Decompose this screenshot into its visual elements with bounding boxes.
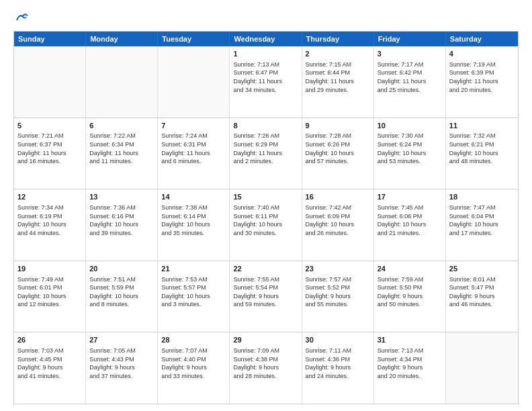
cell-info: Sunrise: 7:30 AM Sunset: 6:24 PM Dayligh… — [378, 132, 442, 165]
day-number: 28 — [161, 335, 226, 345]
calendar-cell: 2Sunrise: 7:15 AM Sunset: 6:44 PM Daylig… — [302, 46, 374, 118]
calendar-row: 5Sunrise: 7:21 AM Sunset: 6:37 PM Daylig… — [14, 118, 518, 189]
day-number: 18 — [449, 192, 515, 202]
day-number: 11 — [449, 121, 515, 131]
weekday-header: Tuesday — [158, 32, 230, 46]
day-number: 2 — [306, 49, 370, 59]
calendar-cell: 20Sunrise: 7:51 AM Sunset: 5:59 PM Dayli… — [86, 261, 158, 332]
cell-info: Sunrise: 7:28 AM Sunset: 6:26 PM Dayligh… — [306, 132, 370, 165]
calendar-cell: 30Sunrise: 7:11 AM Sunset: 4:36 PM Dayli… — [302, 332, 374, 404]
weekday-header: Sunday — [14, 32, 86, 46]
calendar-cell: 1Sunrise: 7:13 AM Sunset: 6:47 PM Daylig… — [230, 46, 302, 118]
calendar-cell: 31Sunrise: 7:13 AM Sunset: 4:34 PM Dayli… — [374, 332, 446, 404]
calendar-cell: 7Sunrise: 7:24 AM Sunset: 6:31 PM Daylig… — [158, 118, 230, 189]
day-number: 3 — [378, 49, 442, 59]
calendar-cell: 6Sunrise: 7:22 AM Sunset: 6:34 PM Daylig… — [86, 118, 158, 189]
day-number: 30 — [306, 335, 370, 345]
calendar-row: 1Sunrise: 7:13 AM Sunset: 6:47 PM Daylig… — [14, 46, 518, 118]
day-number: 1 — [233, 49, 298, 59]
cell-info: Sunrise: 7:40 AM Sunset: 6:11 PM Dayligh… — [233, 203, 298, 237]
day-number: 24 — [378, 264, 442, 274]
cell-info: Sunrise: 7:26 AM Sunset: 6:29 PM Dayligh… — [233, 132, 298, 165]
cell-info: Sunrise: 7:05 AM Sunset: 4:43 PM Dayligh… — [89, 347, 154, 380]
day-number: 6 — [89, 121, 154, 131]
day-number: 22 — [233, 264, 298, 274]
calendar-cell: 22Sunrise: 7:55 AM Sunset: 5:54 PM Dayli… — [230, 261, 302, 332]
calendar-cell: 27Sunrise: 7:05 AM Sunset: 4:43 PM Dayli… — [86, 332, 158, 404]
weekday-header: Thursday — [302, 32, 374, 46]
calendar-cell: 23Sunrise: 7:57 AM Sunset: 5:52 PM Dayli… — [302, 261, 374, 332]
calendar-cell: 3Sunrise: 7:17 AM Sunset: 6:42 PM Daylig… — [374, 46, 446, 118]
day-number: 10 — [378, 121, 442, 131]
calendar-cell: 5Sunrise: 7:21 AM Sunset: 6:37 PM Daylig… — [14, 118, 86, 189]
calendar-cell: 24Sunrise: 7:59 AM Sunset: 5:50 PM Dayli… — [374, 261, 446, 332]
cell-info: Sunrise: 7:38 AM Sunset: 6:14 PM Dayligh… — [161, 203, 226, 237]
calendar-cell: 14Sunrise: 7:38 AM Sunset: 6:14 PM Dayli… — [158, 189, 230, 261]
calendar-cell — [86, 46, 158, 118]
cell-info: Sunrise: 7:13 AM Sunset: 4:34 PM Dayligh… — [378, 347, 442, 380]
cell-info: Sunrise: 7:09 AM Sunset: 4:38 PM Dayligh… — [233, 347, 298, 380]
cell-info: Sunrise: 7:55 AM Sunset: 5:54 PM Dayligh… — [233, 275, 298, 309]
calendar-body: 1Sunrise: 7:13 AM Sunset: 6:47 PM Daylig… — [14, 46, 518, 404]
day-number: 4 — [449, 49, 515, 59]
calendar-cell: 16Sunrise: 7:42 AM Sunset: 6:09 PM Dayli… — [302, 189, 374, 261]
calendar-cell: 19Sunrise: 7:49 AM Sunset: 6:01 PM Dayli… — [14, 261, 86, 332]
calendar-cell — [158, 46, 230, 118]
logo-text — [13, 11, 28, 24]
day-number: 12 — [17, 192, 82, 202]
calendar-row: 19Sunrise: 7:49 AM Sunset: 6:01 PM Dayli… — [14, 261, 518, 332]
day-number: 21 — [161, 264, 226, 274]
header — [13, 11, 519, 24]
cell-info: Sunrise: 7:21 AM Sunset: 6:37 PM Dayligh… — [17, 132, 82, 165]
calendar-cell — [446, 332, 518, 404]
cell-info: Sunrise: 7:49 AM Sunset: 6:01 PM Dayligh… — [17, 275, 82, 309]
cell-info: Sunrise: 7:51 AM Sunset: 5:59 PM Dayligh… — [89, 275, 154, 309]
calendar-cell: 29Sunrise: 7:09 AM Sunset: 4:38 PM Dayli… — [230, 332, 302, 404]
cell-info: Sunrise: 7:07 AM Sunset: 4:40 PM Dayligh… — [161, 347, 226, 380]
logo — [13, 11, 28, 24]
cell-info: Sunrise: 7:45 AM Sunset: 6:06 PM Dayligh… — [378, 203, 442, 237]
calendar-cell: 25Sunrise: 8:01 AM Sunset: 5:47 PM Dayli… — [446, 261, 518, 332]
day-number: 13 — [89, 192, 154, 202]
cell-info: Sunrise: 7:22 AM Sunset: 6:34 PM Dayligh… — [89, 132, 154, 165]
day-number: 9 — [306, 121, 370, 131]
calendar-header: SundayMondayTuesdayWednesdayThursdayFrid… — [14, 32, 518, 46]
day-number: 15 — [233, 192, 298, 202]
weekday-header: Monday — [86, 32, 158, 46]
calendar-cell: 9Sunrise: 7:28 AM Sunset: 6:26 PM Daylig… — [302, 118, 374, 189]
cell-info: Sunrise: 7:15 AM Sunset: 6:44 PM Dayligh… — [306, 60, 370, 94]
cell-info: Sunrise: 7:34 AM Sunset: 6:19 PM Dayligh… — [17, 203, 82, 237]
calendar-cell: 18Sunrise: 7:47 AM Sunset: 6:04 PM Dayli… — [446, 189, 518, 261]
calendar-cell: 11Sunrise: 7:32 AM Sunset: 6:21 PM Dayli… — [446, 118, 518, 189]
calendar-cell: 10Sunrise: 7:30 AM Sunset: 6:24 PM Dayli… — [374, 118, 446, 189]
weekday-header: Friday — [374, 32, 446, 46]
cell-info: Sunrise: 7:17 AM Sunset: 6:42 PM Dayligh… — [378, 60, 442, 94]
day-number: 8 — [233, 121, 298, 131]
logo-icon — [15, 11, 28, 24]
calendar-cell: 15Sunrise: 7:40 AM Sunset: 6:11 PM Dayli… — [230, 189, 302, 261]
cell-info: Sunrise: 7:13 AM Sunset: 6:47 PM Dayligh… — [233, 60, 298, 94]
day-number: 29 — [233, 335, 298, 345]
calendar-cell: 12Sunrise: 7:34 AM Sunset: 6:19 PM Dayli… — [14, 189, 86, 261]
day-number: 14 — [161, 192, 226, 202]
cell-info: Sunrise: 7:11 AM Sunset: 4:36 PM Dayligh… — [306, 347, 370, 380]
cell-info: Sunrise: 7:03 AM Sunset: 4:45 PM Dayligh… — [17, 347, 82, 380]
cell-info: Sunrise: 7:42 AM Sunset: 6:09 PM Dayligh… — [306, 203, 370, 237]
calendar-cell: 26Sunrise: 7:03 AM Sunset: 4:45 PM Dayli… — [14, 332, 86, 404]
cell-info: Sunrise: 8:01 AM Sunset: 5:47 PM Dayligh… — [449, 275, 515, 309]
day-number: 5 — [17, 121, 82, 131]
day-number: 25 — [449, 264, 515, 274]
day-number: 27 — [89, 335, 154, 345]
day-number: 16 — [306, 192, 370, 202]
cell-info: Sunrise: 7:36 AM Sunset: 6:16 PM Dayligh… — [89, 203, 154, 237]
calendar-cell: 8Sunrise: 7:26 AM Sunset: 6:29 PM Daylig… — [230, 118, 302, 189]
day-number: 20 — [89, 264, 154, 274]
day-number: 19 — [17, 264, 82, 274]
cell-info: Sunrise: 7:32 AM Sunset: 6:21 PM Dayligh… — [449, 132, 515, 165]
calendar-cell: 28Sunrise: 7:07 AM Sunset: 4:40 PM Dayli… — [158, 332, 230, 404]
calendar: SundayMondayTuesdayWednesdayThursdayFrid… — [13, 31, 519, 404]
day-number: 7 — [161, 121, 226, 131]
calendar-cell: 4Sunrise: 7:19 AM Sunset: 6:39 PM Daylig… — [446, 46, 518, 118]
calendar-cell — [14, 46, 86, 118]
calendar-row: 12Sunrise: 7:34 AM Sunset: 6:19 PM Dayli… — [14, 189, 518, 261]
